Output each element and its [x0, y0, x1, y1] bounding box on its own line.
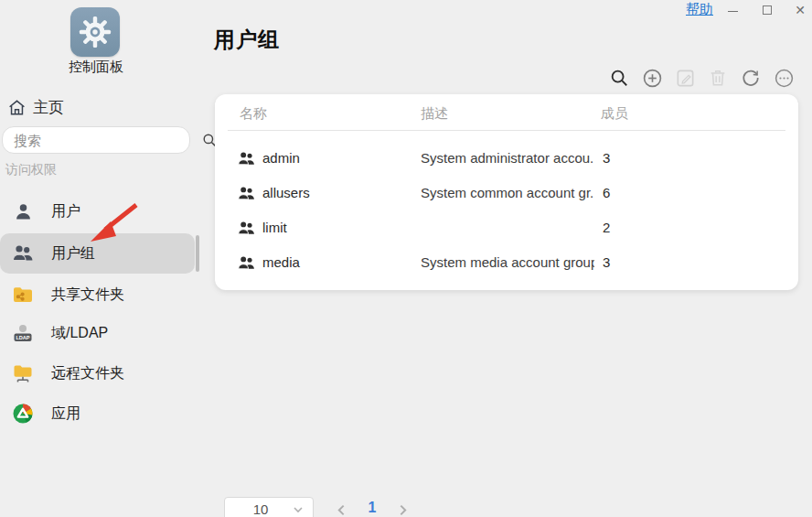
header-divider	[228, 130, 785, 131]
chevron-down-icon	[293, 504, 304, 515]
search-button[interactable]	[607, 66, 631, 90]
control-panel-app-icon[interactable]	[70, 7, 120, 57]
refresh-icon	[741, 68, 761, 88]
user-icon	[11, 199, 35, 223]
group-name: allusers	[262, 185, 310, 200]
more-button[interactable]	[772, 66, 796, 90]
sidebar-item-apps[interactable]: 应用	[0, 393, 195, 434]
gear-icon	[78, 15, 112, 49]
table-row-media[interactable]: media System media account group 3	[215, 245, 798, 280]
user-group-icon	[238, 254, 255, 275]
group-name: media	[262, 254, 300, 270]
section-access-rights: 访问权限	[5, 162, 57, 178]
table-row-admin[interactable]: admin System administrator accou... 3	[215, 141, 798, 176]
sidebar-item-label: 用户	[51, 202, 80, 221]
delete-button[interactable]	[706, 66, 730, 90]
remote-folder-icon	[11, 361, 35, 385]
minimize-button[interactable]	[721, 0, 744, 20]
sidebar-item-label: 应用	[51, 404, 80, 424]
svg-text:LDAP: LDAP	[16, 335, 29, 340]
more-icon	[774, 68, 795, 89]
launcher-label: 控制面板	[0, 59, 192, 76]
edit-button[interactable]	[673, 66, 697, 90]
page-size-select[interactable]: 10	[224, 497, 314, 517]
search-input[interactable]	[3, 133, 201, 148]
group-members-count: 6	[603, 185, 610, 200]
search-box	[2, 126, 190, 154]
sidebar-item-shared-folders[interactable]: 共享文件夹	[0, 275, 195, 315]
user-group-icon	[238, 185, 255, 206]
chevron-right-icon	[397, 504, 409, 516]
group-members-count: 3	[603, 254, 610, 270]
shared-folder-icon	[11, 283, 35, 307]
group-members-count: 3	[603, 150, 610, 166]
user-group-icon	[238, 150, 255, 171]
add-button[interactable]	[640, 66, 664, 90]
current-page[interactable]: 1	[362, 500, 382, 516]
table-row-limit[interactable]: limit 2	[215, 210, 798, 245]
trash-icon	[708, 68, 728, 88]
sidebar-item-domain-ldap[interactable]: LDAP 域/LDAP	[0, 313, 195, 353]
sidebar-item-user-groups[interactable]: 用户组	[0, 233, 195, 274]
user-group-icon	[11, 242, 35, 265]
toolbar	[607, 64, 796, 92]
group-description: System media account group	[421, 254, 594, 270]
user-group-icon	[238, 220, 255, 241]
user-groups-table: 名称 描述 成员 admin System administrator acco…	[215, 94, 798, 290]
group-members-count: 2	[603, 220, 610, 235]
edit-icon	[675, 68, 696, 89]
maximize-icon	[763, 5, 772, 15]
add-icon	[642, 68, 663, 89]
page-title: 用户组	[214, 26, 280, 54]
table-header: 名称 描述 成员	[215, 105, 798, 127]
page-size-value: 10	[225, 501, 293, 517]
apps-icon	[11, 402, 35, 425]
minimize-icon	[728, 11, 738, 12]
sidebar-item-label: 用户组	[51, 244, 95, 264]
table-row-allusers[interactable]: allusers System common account gr... 6	[215, 176, 798, 210]
column-header-description[interactable]: 描述	[421, 105, 448, 123]
close-button[interactable]: ✕	[788, 0, 812, 20]
chevron-left-icon	[336, 504, 347, 516]
close-icon: ✕	[795, 3, 806, 17]
sidebar-home[interactable]: 主页	[7, 95, 64, 119]
group-name: admin	[262, 150, 300, 166]
maximize-button[interactable]	[755, 0, 779, 20]
next-page-button[interactable]	[392, 500, 412, 517]
sidebar-item-label: 远程文件夹	[51, 364, 124, 383]
home-icon	[7, 98, 27, 117]
prev-page-button[interactable]	[331, 500, 351, 517]
sidebar-scrollbar[interactable]	[196, 235, 199, 272]
ldap-icon: LDAP	[11, 321, 35, 345]
home-label: 主页	[33, 97, 64, 118]
group-description: System administrator accou...	[421, 150, 594, 166]
column-header-name[interactable]: 名称	[240, 105, 267, 123]
group-name: limit	[262, 220, 287, 235]
help-link[interactable]: 帮助	[686, 1, 713, 18]
search-icon	[609, 68, 629, 88]
sidebar-item-remote-folders[interactable]: 远程文件夹	[0, 353, 195, 393]
sidebar-item-users[interactable]: 用户	[0, 191, 195, 232]
group-description: System common account gr...	[421, 185, 594, 200]
sidebar-item-label: 域/LDAP	[51, 324, 108, 343]
refresh-button[interactable]	[739, 66, 763, 90]
sidebar-item-label: 共享文件夹	[51, 285, 124, 305]
column-header-members[interactable]: 成员	[601, 105, 628, 123]
